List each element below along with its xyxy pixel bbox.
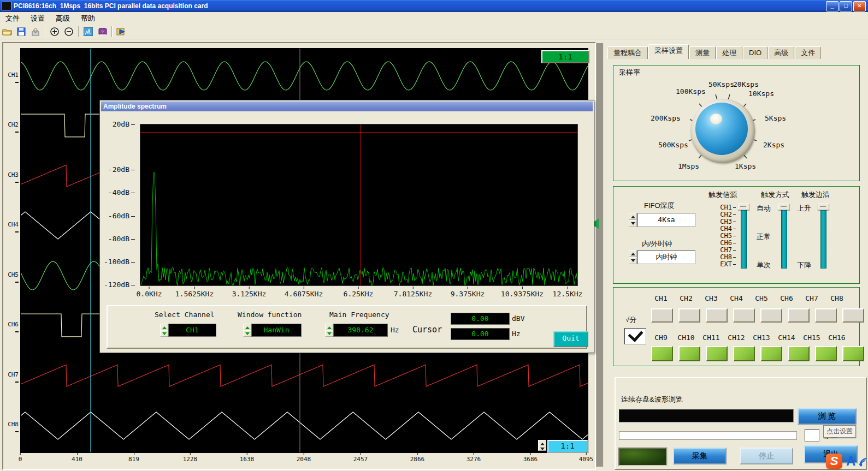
tab-process[interactable]: 处理: [716, 46, 742, 59]
close-button[interactable]: ×: [853, 1, 866, 11]
trigger-source-option[interactable]: CH2: [714, 211, 736, 218]
browse-button[interactable]: 浏 览: [798, 408, 857, 425]
trigger-edge-option[interactable]: 上升: [797, 204, 811, 213]
channel-button-ch1[interactable]: [651, 308, 673, 323]
tab-file[interactable]: 文件: [795, 46, 821, 59]
spectrum-view-icon[interactable]: [81, 26, 95, 38]
freq-tick-label: 1.5625KHz: [175, 290, 214, 298]
ime-signal-icon[interactable]: [858, 455, 868, 467]
menu-help[interactable]: 帮助: [75, 13, 101, 25]
help-book-icon[interactable]: ?: [96, 26, 109, 38]
export-icon[interactable]: [29, 26, 42, 38]
trigger-source-slider[interactable]: [741, 206, 747, 269]
quit-dialog-button[interactable]: Quit: [553, 331, 588, 347]
select-channel-value[interactable]: CH1: [168, 324, 216, 337]
spinner-down-icon[interactable]: [243, 330, 251, 337]
freq-tick-label: 10.9375KHz: [501, 290, 544, 298]
trigger-mode-slider-handle[interactable]: [778, 204, 790, 210]
dialog-titlebar[interactable]: Amplitude spectrum: [101, 102, 593, 111]
trigger-edge-option[interactable]: 下降: [797, 260, 811, 270]
channel-button-ch8[interactable]: [842, 308, 864, 323]
spinner-down-icon[interactable]: [629, 257, 637, 264]
select-channel-spinner[interactable]: [160, 324, 168, 337]
trigger-mode-option[interactable]: 正常: [757, 232, 771, 242]
channel-button-ch6[interactable]: [788, 308, 810, 323]
menu-advanced[interactable]: 高级: [50, 13, 75, 25]
trigger-source-option[interactable]: CH6: [714, 239, 736, 247]
spinner-up-icon[interactable]: [629, 250, 637, 257]
spinner-down-icon[interactable]: [325, 330, 333, 337]
trigger-source-option[interactable]: CH5: [714, 232, 736, 240]
trigger-source-option[interactable]: CH4: [714, 225, 736, 232]
minimize-button[interactable]: _: [826, 1, 839, 11]
clock-select-value[interactable]: 内时钟: [637, 250, 695, 264]
master-channel-checkbox[interactable]: [624, 328, 646, 344]
panel-splitter[interactable]: [597, 43, 604, 467]
trigger-source-option[interactable]: CH8: [714, 253, 736, 261]
menu-file[interactable]: 文件: [0, 13, 25, 25]
channel-button-ch7[interactable]: [815, 308, 837, 323]
channel-button-ch10[interactable]: [678, 346, 700, 361]
spinner-up-icon[interactable]: [160, 324, 168, 330]
trigger-source-option[interactable]: EXT: [714, 260, 736, 268]
spectrum-plot[interactable]: [140, 124, 578, 286]
trigger-source-option[interactable]: CH3: [714, 218, 736, 225]
menu-settings[interactable]: 设置: [25, 13, 50, 25]
channel-button-ch12[interactable]: [733, 346, 755, 361]
spinner-up-icon[interactable]: [243, 324, 251, 330]
window-function-value[interactable]: HanWin: [251, 324, 302, 337]
tab-advanced[interactable]: 高级: [768, 46, 794, 59]
spinner-up-icon[interactable]: [325, 324, 333, 330]
channel-button-ch11[interactable]: [706, 346, 728, 361]
sample-rate-knob[interactable]: [695, 103, 748, 155]
tab-sampling-settings[interactable]: 采样设置: [648, 44, 689, 59]
save-file-icon[interactable]: [15, 26, 28, 38]
trigger-edge-slider[interactable]: [820, 206, 826, 269]
trigger-source-option[interactable]: CH1: [714, 204, 736, 211]
save-path-display[interactable]: [619, 409, 794, 422]
channel-button-ch5[interactable]: [760, 308, 782, 323]
zoom-in-icon[interactable]: [48, 26, 61, 38]
trigger-mode-slider[interactable]: [781, 206, 787, 269]
zoom-out-icon[interactable]: [62, 26, 75, 38]
spinner-down-icon[interactable]: [629, 220, 637, 227]
trigger-mode-option[interactable]: 自动: [757, 204, 771, 213]
acquire-button[interactable]: 采集: [673, 448, 727, 464]
channel-button-ch14[interactable]: [788, 346, 810, 361]
trigger-source-slider-handle[interactable]: [738, 204, 749, 210]
trigger-mode-option[interactable]: 单次: [757, 260, 771, 270]
run-icon[interactable]: [115, 26, 128, 38]
fifo-depth-value[interactable]: 4Ksa: [637, 213, 695, 227]
channel-button-ch2[interactable]: [678, 308, 700, 323]
stop-button[interactable]: 停止: [740, 448, 793, 464]
channel-button-ch13[interactable]: [760, 346, 782, 361]
channel-button-ch16[interactable]: [842, 346, 864, 361]
channel-button-ch3[interactable]: [706, 308, 728, 323]
channel-button-ch15[interactable]: [815, 346, 837, 361]
maximize-button[interactable]: □: [840, 1, 852, 11]
ime-letter-icon[interactable]: A: [846, 454, 855, 469]
open-file-icon[interactable]: [1, 26, 14, 38]
spinner-down-icon[interactable]: [538, 445, 546, 451]
spinner-up-icon[interactable]: [538, 440, 546, 445]
tab-measure[interactable]: 测量: [689, 46, 716, 59]
spinner-up-icon[interactable]: [629, 213, 637, 220]
spinner-down-icon[interactable]: [160, 330, 168, 337]
tab-dio[interactable]: DIO: [743, 46, 767, 59]
knob-position-dot: [710, 114, 722, 124]
zoom-spinner[interactable]: [538, 440, 546, 451]
channel-label: CH13: [749, 333, 774, 342]
clock-spinner[interactable]: [629, 250, 637, 264]
knob-label-50ksps: 50Ksps: [708, 80, 734, 88]
main-frequency-value[interactable]: 390.62: [333, 324, 388, 337]
sogou-icon[interactable]: S: [826, 454, 842, 469]
trigger-source-option[interactable]: CH7: [714, 246, 736, 254]
window-function-spinner[interactable]: [243, 324, 251, 337]
tab-range-coupling[interactable]: 量程耦合: [607, 46, 648, 59]
save-checkbox[interactable]: [805, 429, 819, 442]
fifo-spinner[interactable]: [629, 213, 637, 227]
trigger-edge-slider-handle[interactable]: [818, 204, 829, 210]
channel-button-ch9[interactable]: [651, 346, 673, 361]
channel-button-ch4[interactable]: [733, 308, 755, 323]
main-frequency-spinner[interactable]: [325, 324, 333, 337]
